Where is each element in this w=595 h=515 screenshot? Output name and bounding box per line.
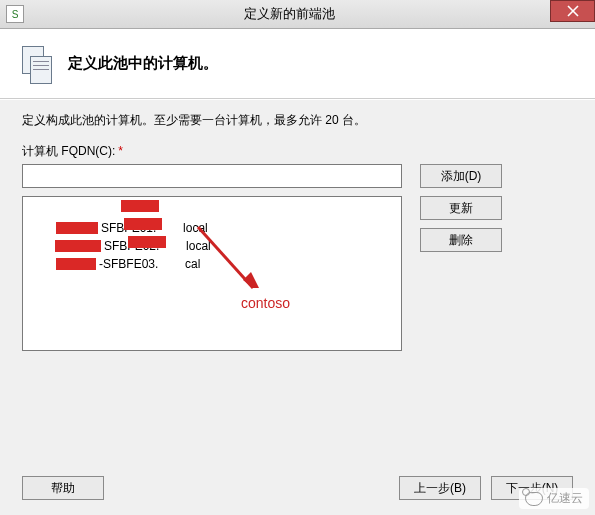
titlebar: S 定义新的前端池 bbox=[0, 0, 595, 29]
fqdn-input[interactable] bbox=[22, 164, 402, 188]
description-text: 定义构成此池的计算机。至少需要一台计算机，最多允许 20 台。 bbox=[22, 112, 573, 129]
watermark: 亿速云 bbox=[519, 488, 589, 509]
pool-icon bbox=[18, 46, 54, 82]
add-button[interactable]: 添加(D) bbox=[420, 164, 502, 188]
wizard-header: 定义此池中的计算机。 bbox=[0, 29, 595, 99]
list-item[interactable]: -SFBFE03. cal bbox=[29, 237, 395, 255]
content-area: 定义构成此池的计算机。至少需要一台计算机，最多允许 20 台。 计算机 FQDN… bbox=[0, 100, 595, 515]
remove-button[interactable]: 删除 bbox=[420, 228, 502, 252]
window-title: 定义新的前端池 bbox=[24, 5, 595, 23]
svg-marker-3 bbox=[243, 272, 259, 288]
back-button[interactable]: 上一步(B) bbox=[399, 476, 481, 500]
help-button[interactable]: 帮助 bbox=[22, 476, 104, 500]
wizard-footer: 帮助 上一步(B) 下一步(N) bbox=[0, 461, 595, 515]
watermark-text: 亿速云 bbox=[547, 490, 583, 507]
cloud-icon bbox=[525, 492, 543, 506]
update-button[interactable]: 更新 bbox=[420, 196, 502, 220]
app-icon: S bbox=[6, 5, 24, 23]
close-icon bbox=[567, 5, 579, 17]
list-item[interactable]: SFBFE01. local bbox=[29, 201, 395, 219]
skype-icon: S bbox=[12, 9, 19, 20]
fqdn-label-text: 计算机 FQDN(C): bbox=[22, 144, 115, 158]
list-item[interactable]: SFBFE02. local bbox=[28, 219, 395, 237]
page-heading: 定义此池中的计算机。 bbox=[68, 54, 218, 73]
required-asterisk: * bbox=[118, 144, 123, 158]
annotation-text: contoso bbox=[241, 295, 290, 311]
close-button[interactable] bbox=[550, 0, 595, 22]
computer-list[interactable]: SFBFE01. local SFBFE02. local -SFBFE03. … bbox=[22, 196, 402, 351]
fqdn-label: 计算机 FQDN(C):* bbox=[22, 143, 573, 160]
